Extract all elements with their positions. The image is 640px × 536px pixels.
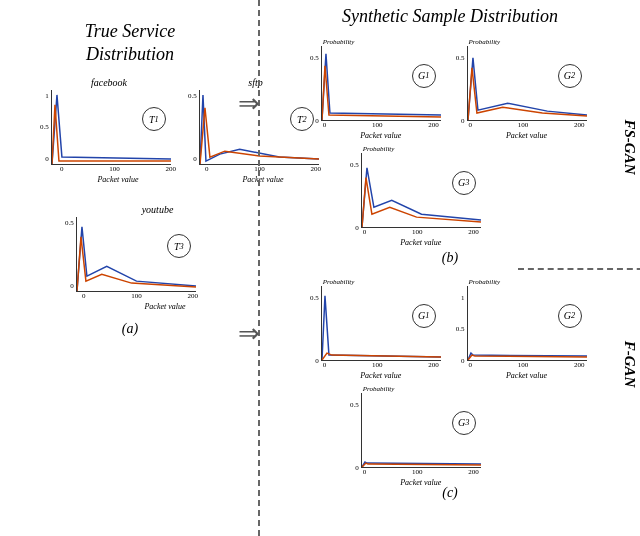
chart-t3-xlabel: Packet value	[80, 302, 250, 311]
f-gan-label: F-GAN	[621, 340, 638, 387]
g2-top-xlabel: Packet value	[467, 131, 587, 140]
y-tick: 0.5	[456, 325, 465, 333]
y-tick: 0	[315, 117, 319, 125]
g3-bottom-xticks: 0100200	[361, 468, 481, 476]
y-axis-label-g1b: Probability	[323, 278, 441, 286]
y-axis-label-g3b: Probability	[363, 385, 481, 393]
g1-bottom-xlabel: Packet value	[321, 371, 441, 380]
y-tick: 0	[355, 224, 359, 232]
left-title: True ServiceDistribution	[10, 20, 250, 67]
g1-bottom-xticks: 0100200	[321, 361, 441, 369]
y-tick: 0	[315, 357, 319, 365]
badge-g3-bottom: G3	[452, 411, 476, 435]
g2-bottom-xticks: 0100200	[467, 361, 587, 369]
chart-g2-bottom: 1 0.5 0 Probability G2	[456, 278, 587, 380]
chart-t3-label: youtube	[65, 204, 250, 215]
chart-t1-xticks: 0100200	[58, 165, 178, 173]
y-axis-label-g3t: Probability	[363, 145, 481, 153]
chart-g2-top-box: G2	[467, 46, 587, 121]
badge-t1: T1	[142, 107, 166, 131]
chart-t1-xlabel: Packet value	[58, 175, 178, 184]
y-tick: 0.5	[65, 219, 74, 227]
y-tick: 0	[461, 117, 465, 125]
main-container: True ServiceDistribution facebook 1 0.5 …	[0, 0, 640, 536]
y-tick: 1	[461, 294, 465, 302]
y-tick: 0	[70, 282, 74, 290]
y-tick: 1	[45, 92, 49, 100]
y-tick: 0	[45, 155, 49, 163]
badge-g1-top: G1	[412, 64, 436, 88]
g1-top-xlabel: Packet value	[321, 131, 441, 140]
g3-top-xlabel: Packet value	[361, 238, 481, 247]
y-tick: 0	[461, 357, 465, 365]
section-c-label: (c)	[442, 485, 458, 501]
chart-g1-top: 0.5 0 Probability G1	[310, 33, 441, 140]
badge-g2-bottom: G2	[558, 304, 582, 328]
y-tick: 0.5	[188, 92, 197, 100]
chart-t3-xticks: 0100200	[80, 292, 200, 300]
chart-t3: youtube 0.5 0 T3 0100200	[65, 204, 250, 311]
badge-t3: T3	[167, 234, 191, 258]
g3-top-xticks: 0100200	[361, 228, 481, 236]
y-tick: 0.5	[310, 294, 319, 302]
y-tick: 0.5	[350, 401, 359, 409]
chart-g1-bottom: 0.5 0 Probability G1	[310, 278, 441, 380]
chart-g1-bottom-box: G1	[321, 286, 441, 361]
chart-t1: facebook 1 0.5 0 T1	[40, 77, 178, 184]
y-tick: 0.5	[40, 123, 49, 131]
y-tick: 0	[193, 155, 197, 163]
chart-g3-bottom: 0.5 0 Probability G3	[350, 385, 481, 487]
y-tick: 0	[355, 464, 359, 472]
y-axis-label-g2t: Probability	[469, 38, 587, 46]
section-a-label: (a)	[10, 321, 250, 337]
chart-g2-top: 0.5 0 Probability G2	[456, 33, 587, 140]
arrow-upper: ⇒	[238, 88, 260, 119]
g2-bottom-xlabel: Packet value	[467, 371, 587, 380]
g2-top-xticks: 0100200	[467, 121, 587, 129]
chart-g1-top-box: G1	[321, 46, 441, 121]
right-title: Synthetic Sample Distribution	[260, 0, 640, 28]
chart-t3-box: T3	[76, 217, 196, 292]
chart-t1-box: T1	[51, 90, 171, 165]
fs-gan-label: FS-GAN	[621, 120, 638, 175]
g1-top-xticks: 0100200	[321, 121, 441, 129]
badge-g2-top: G2	[558, 64, 582, 88]
chart-t1-label: facebook	[40, 77, 178, 88]
left-panel: True ServiceDistribution facebook 1 0.5 …	[0, 0, 260, 536]
chart-g3-top-box: G3	[361, 153, 481, 228]
chart-g2-bottom-box: G2	[467, 286, 587, 361]
y-tick: 0.5	[310, 54, 319, 62]
y-axis-label-g1t: Probability	[323, 38, 441, 46]
chart-g3-top: 0.5 0 Probability G3	[350, 145, 481, 247]
section-b-label: (b)	[442, 250, 458, 266]
y-tick: 0.5	[456, 54, 465, 62]
right-panel: Synthetic Sample Distribution ⇒ 0.5 0 Pr…	[260, 0, 640, 536]
chart-g3-bottom-box: G3	[361, 393, 481, 468]
badge-g3-top: G3	[452, 171, 476, 195]
badge-g1-bottom: G1	[412, 304, 436, 328]
arrow-lower: ⇒	[238, 318, 260, 349]
y-tick: 0.5	[350, 161, 359, 169]
g3-bottom-xlabel: Packet value	[361, 478, 481, 487]
y-axis-label-g2b: Probability	[469, 278, 587, 286]
